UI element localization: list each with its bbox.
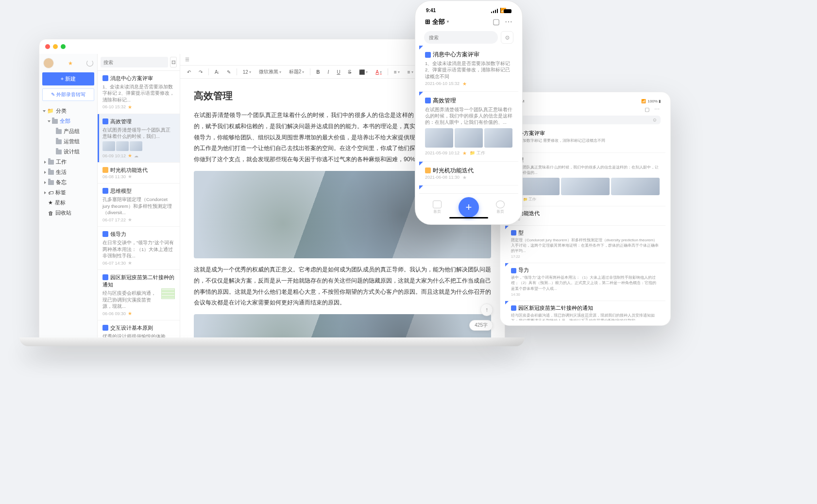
redo-button[interactable]: ↷ <box>197 68 204 76</box>
grid-icon[interactable]: ⊞ <box>425 18 430 25</box>
note-card[interactable]: 领导力在日常交谈中，"领导力"这个词有两种基本用法：（1）大体上通过非强制性手段… <box>98 227 180 270</box>
breadcrumb-icon[interactable]: ☰ <box>185 57 189 62</box>
phone-note-card[interactable]: 思维模型孔多塞陪审团定理（Condorcet jury theorem）和多样性… <box>419 185 518 191</box>
star-icon[interactable]: ★ <box>128 104 132 110</box>
home-indicator <box>449 217 488 218</box>
font-family-select[interactable]: 微软雅黑 <box>257 67 283 76</box>
folder-icon <box>56 150 62 154</box>
bookmark-icon[interactable]: ▢ <box>493 17 500 26</box>
scroll-top-button[interactable]: ↑ <box>480 303 493 316</box>
laptop-base <box>19 337 525 346</box>
note-card[interactable]: 高效管理在试图弄清楚领导一个团队真正意味着什么的时候，我们...06-09 10… <box>98 114 180 163</box>
tab-mine[interactable]: 首页 <box>486 201 515 214</box>
minimize-icon[interactable] <box>53 44 58 49</box>
tablet-battery: 📶100% ▮ <box>641 99 661 103</box>
tablet-note-card[interactable]: 导力谈中，"领导力"这个词有两种基本用法：（1）大体上通过非强制性手段影响他人的… <box>505 263 665 301</box>
tablet-note-card[interactable]: 型团定理（Condorcet jury theorem）和多样性预测定理（div… <box>505 226 665 264</box>
more-icon[interactable]: ⋯ <box>505 17 512 26</box>
note-card[interactable]: 交互设计基本原则优秀的设计师提供愉悦的体验。体验？对，就是这个词！工程师都不大喜… <box>98 320 180 339</box>
scan-icon[interactable]: ⊙ <box>653 118 657 122</box>
bookmark-icon[interactable]: ▢ <box>645 106 649 113</box>
sidebar-star[interactable]: ★星标 <box>42 198 94 208</box>
note-card[interactable]: 时光机功能迭代06-08 11:30★ <box>98 163 180 184</box>
sidebar-folder-ops[interactable]: 运营组 <box>42 136 94 147</box>
bold-button[interactable]: B <box>314 68 322 76</box>
sidebar-section-work[interactable]: 工作 <box>42 157 94 167</box>
sidebar-tags[interactable]: 🏷标签 <box>42 187 94 198</box>
star-icon[interactable]: ★ <box>128 311 132 316</box>
sidebar-section-life[interactable]: 生活 <box>42 167 94 177</box>
bullet-list-button[interactable]: ≡ <box>406 68 415 76</box>
sidebar-trash[interactable]: 🗑回收站 <box>42 208 94 218</box>
tag-icon: 🏷 <box>48 190 53 196</box>
star-icon[interactable]: ★ <box>128 217 132 222</box>
folder-icon <box>56 129 62 134</box>
folder-icon <box>48 160 54 165</box>
external-recording-button[interactable]: ✎ 外部录音转写 <box>42 88 94 101</box>
image-thumb <box>102 141 115 151</box>
italic-button[interactable]: I <box>326 68 331 76</box>
undo-button[interactable]: ↶ <box>185 68 193 76</box>
doc-icon <box>102 231 108 237</box>
maximize-icon[interactable] <box>61 44 66 49</box>
phone-header-title[interactable]: 全部 <box>432 17 445 26</box>
phone-note-card[interactable]: 高效管理在试图弄清楚领导一个团队真正意味着什么的时候，我们中的很多人的信念是这样… <box>419 92 518 162</box>
tablet-note-card[interactable]: 功能迭代11:30 <box>505 206 665 226</box>
note-card[interactable]: 园区新冠疫苗第二针接种的通知经与区疫委会积极沟通，现已协调到灾溪疫苗资源，现就.… <box>98 270 180 320</box>
text-color-button[interactable]: A <box>374 68 384 76</box>
more-icon[interactable]: ⋯ <box>654 106 660 113</box>
doc-icon <box>102 75 108 81</box>
tablet-search[interactable]: 🔍⊙ <box>510 116 661 124</box>
scan-button[interactable]: ⊙ <box>501 31 513 44</box>
sidebar-all[interactable]: 全部 <box>42 116 94 126</box>
star-icon: ★ <box>48 200 53 206</box>
new-note-fab[interactable]: + <box>459 197 479 218</box>
underline-button[interactable]: U <box>335 68 342 76</box>
star-icon[interactable]: ★ <box>462 175 467 180</box>
sidebar-folder-design[interactable]: 设计组 <box>42 147 94 157</box>
phone-search-input[interactable] <box>424 31 498 44</box>
cloud-icon: ☁ <box>134 153 138 158</box>
sync-icon[interactable] <box>86 60 93 67</box>
note-card[interactable]: 消息中心方案评审1、全读未读消息是否需要添加数字标记 2、弹窗提示语需要修改，清… <box>98 71 180 114</box>
tablet-note-card[interactable]: 心方案评审需要添加数字标记 需要修改，清除和标记已读概念不同15:32 <box>505 126 665 153</box>
sidebar-categories[interactable]: 📁分类 <box>42 106 94 116</box>
strike-button[interactable]: S <box>346 68 354 76</box>
clear-format[interactable]: ✎ <box>225 68 233 76</box>
star-icon[interactable]: ★ <box>462 81 467 86</box>
phone-note-card[interactable]: 时光机功能迭代2021-06-08 11:30★ <box>419 162 518 185</box>
paragraph: 这就是成为一个优秀的权威的真正意义。它考虑的是如何成为团队成员的真正导师。我认为… <box>194 264 491 308</box>
sidebar-section-memo[interactable]: 备忘 <box>42 177 94 187</box>
trash-icon: 🗑 <box>48 210 53 216</box>
note-card[interactable]: 思维模型孔多塞陪审团定理（Condorcet jury theorem）和多样性… <box>98 184 180 227</box>
star-icon[interactable]: ★ <box>128 153 132 158</box>
doc-icon <box>102 118 108 124</box>
font-size-select[interactable]: 12 <box>241 68 253 76</box>
star-icon[interactable]: ★ <box>128 260 132 266</box>
doc-icon <box>511 268 516 273</box>
close-icon[interactable] <box>45 44 50 49</box>
star-icon[interactable]: ★ <box>462 151 467 156</box>
search-input[interactable] <box>101 57 168 67</box>
filter-button[interactable]: ⚃ <box>170 57 177 67</box>
status-time: 9:41 <box>426 8 436 13</box>
tablet-note-card[interactable]: 理导一个团队真正意味着什么的时候，我们中的很多人的信念是这样的：在别人眼中，让我… <box>505 153 665 206</box>
new-note-button[interactable]: + 新建 <box>42 72 94 85</box>
doc-icon <box>102 274 108 280</box>
align-button[interactable]: ≡ <box>392 68 402 76</box>
phone-note-card[interactable]: 消息中心方案评审1、全读未读消息是否需要添加数字标记 2、弹窗提示语需要修改，清… <box>419 46 518 92</box>
scan-icon: ⊙ <box>505 34 510 41</box>
sidebar-folder-product[interactable]: 产品组 <box>42 126 94 136</box>
image-thumb <box>484 128 512 148</box>
tablet-home-button[interactable] <box>579 307 591 319</box>
filter-icon: ⚃ <box>171 60 176 65</box>
sidebar: ★ + 新建 ✎ 外部录音转写 📁分类 全部 产品组 运营组 设计组 工作 生活… <box>39 54 98 339</box>
heading-select[interactable]: 标题2 <box>287 67 306 76</box>
premium-icon: ★ <box>68 60 73 67</box>
tab-home[interactable]: 首页 <box>423 201 452 214</box>
highlight-button[interactable]: ⬛ <box>357 68 370 76</box>
folder-icon <box>48 170 54 175</box>
format-painter[interactable]: Aᵢ <box>213 68 221 76</box>
avatar[interactable] <box>43 58 54 68</box>
star-icon[interactable]: ★ <box>128 174 132 179</box>
